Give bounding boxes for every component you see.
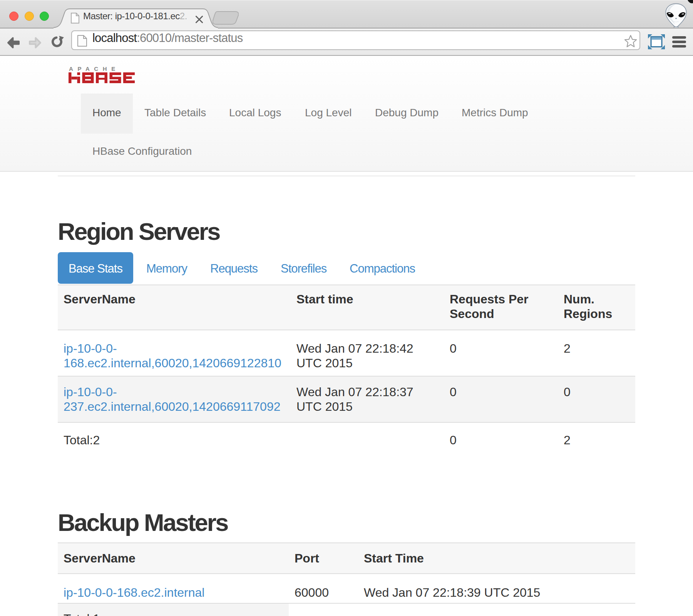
svg-text:APACHE: APACHE: [69, 67, 120, 72]
